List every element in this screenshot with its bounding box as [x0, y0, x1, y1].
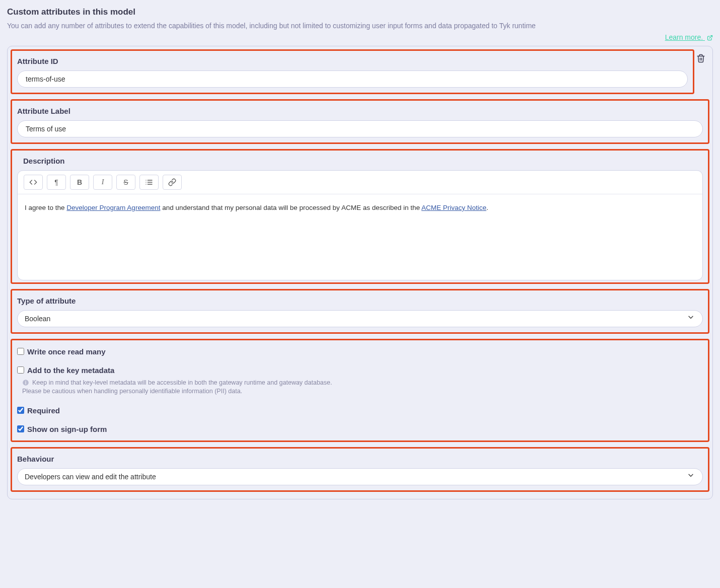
- toolbar-list-button[interactable]: [139, 175, 159, 190]
- write-once-checkbox[interactable]: [17, 348, 24, 355]
- behaviour-select[interactable]: Developers can view and edit the attribu…: [17, 468, 703, 485]
- editor-toolbar: ¶ B I S: [18, 171, 702, 194]
- learn-more-label: Learn more.: [665, 33, 703, 41]
- toolbar-italic-button[interactable]: I: [93, 175, 112, 190]
- desc-text-pre: I agree to the: [25, 204, 66, 211]
- add-metadata-label[interactable]: Add to the key metadata: [27, 365, 114, 376]
- pilcrow-icon: ¶: [54, 178, 58, 186]
- show-signup-checkbox[interactable]: [17, 425, 24, 432]
- toolbar-bold-button[interactable]: B: [70, 175, 89, 190]
- link-icon: [168, 178, 176, 186]
- svg-line-0: [709, 36, 712, 39]
- metadata-helper-line1: Keep in mind that key-level metadata wil…: [32, 379, 332, 386]
- italic-icon: I: [102, 178, 104, 186]
- section-title: Custom attributes in this model: [7, 6, 713, 18]
- learn-more-link[interactable]: Learn more.: [665, 33, 713, 41]
- trash-icon: [696, 53, 705, 63]
- strike-icon: S: [123, 178, 128, 186]
- section-description: You can add any number of attributes to …: [7, 21, 713, 31]
- desc-text-mid: and understand that my personal data wil…: [160, 204, 421, 211]
- description-label: Description: [23, 156, 703, 166]
- info-icon: [22, 379, 29, 386]
- add-metadata-checkbox[interactable]: [17, 366, 24, 374]
- toolbar-paragraph-button[interactable]: ¶: [47, 175, 66, 190]
- attribute-label-label: Attribute Label: [17, 106, 703, 116]
- type-label: Type of attribute: [17, 296, 703, 306]
- attribute-panel: Attribute ID Attribute Label Description…: [7, 46, 713, 499]
- show-signup-label[interactable]: Show on sign-up form: [27, 424, 107, 434]
- required-label[interactable]: Required: [27, 405, 60, 416]
- acme-privacy-notice-link[interactable]: ACME Privacy Notice: [421, 204, 486, 211]
- required-checkbox[interactable]: [17, 407, 24, 414]
- description-content[interactable]: I agree to the Developer Program Agreeme…: [18, 194, 702, 280]
- desc-text-post: .: [486, 204, 488, 211]
- code-icon: [29, 178, 37, 186]
- svg-point-9: [25, 381, 26, 382]
- external-link-icon: [707, 34, 713, 44]
- metadata-helper-line2: Please be cautious when handling persona…: [22, 387, 242, 396]
- add-metadata-helper: Keep in mind that key-level metadata wil…: [22, 379, 703, 396]
- developer-program-agreement-link[interactable]: Developer Program Agreement: [66, 204, 160, 211]
- attribute-id-input[interactable]: [17, 70, 688, 88]
- toolbar-link-button[interactable]: [163, 175, 182, 190]
- type-select[interactable]: Boolean: [17, 310, 703, 327]
- list-icon: [145, 178, 153, 186]
- toolbar-code-button[interactable]: [24, 175, 43, 190]
- attribute-label-input[interactable]: [17, 120, 703, 137]
- bold-icon: B: [77, 178, 82, 186]
- delete-button[interactable]: [696, 53, 705, 66]
- attribute-id-label: Attribute ID: [17, 56, 688, 66]
- behaviour-label: Behaviour: [17, 454, 703, 464]
- description-editor: ¶ B I S I agree to the Developer Program…: [17, 170, 703, 280]
- toolbar-strike-button[interactable]: S: [116, 175, 135, 190]
- write-once-label[interactable]: Write once read many: [27, 346, 106, 357]
